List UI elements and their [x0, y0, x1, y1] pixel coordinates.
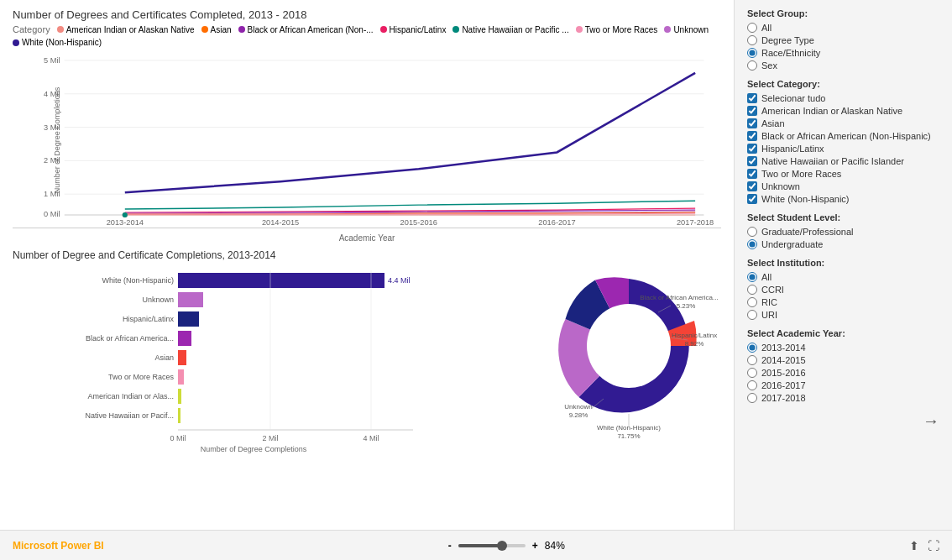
select-student-level-label: Select Student Level: — [747, 212, 939, 222]
svg-point-42 — [587, 304, 671, 388]
cat-two-more[interactable]: Two or More Races — [747, 169, 939, 179]
cat-unknown-checkbox[interactable] — [747, 181, 757, 191]
svg-rect-33 — [178, 369, 184, 385]
donut-chart-container: Black or African America... 5.23% Hispan… — [503, 249, 721, 468]
sidebar: Select Group: All Degree Type Race/Ethni… — [734, 0, 952, 530]
svg-text:4 Mil: 4 Mil — [363, 434, 379, 442]
year-2014-2015[interactable]: 2014-2015 — [747, 355, 939, 365]
cat-american-indian[interactable]: American Indian or Alaskan Native — [747, 106, 939, 116]
cat-two-more-checkbox[interactable] — [747, 169, 757, 179]
year-2016-2017-radio[interactable] — [747, 380, 757, 390]
power-bi-link[interactable]: Microsoft Power BI — [13, 540, 104, 552]
zoom-slider-fill — [458, 544, 499, 547]
cat-hispanic-checkbox[interactable] — [747, 144, 757, 154]
inst-all[interactable]: All — [747, 272, 939, 282]
cat-black[interactable]: Black or African American (Non-Hispanic) — [747, 131, 939, 141]
legend-dot-7 — [13, 39, 19, 46]
year-2017-2018[interactable]: 2017-2018 — [747, 393, 939, 403]
cat-white[interactable]: White (Non-Hispanic) — [747, 194, 939, 204]
group-degree-type[interactable]: Degree Type — [747, 35, 939, 45]
inst-uri[interactable]: URI — [747, 310, 939, 320]
zoom-slider-track[interactable] — [458, 544, 526, 547]
group-race-ethnicity[interactable]: Race/Ethnicity — [747, 48, 939, 58]
bar-chart-title: Number of Degree and Certificate Complet… — [13, 249, 494, 261]
cat-asian[interactable]: Asian — [747, 118, 939, 128]
legend-label-1: Asian — [211, 25, 232, 34]
svg-rect-27 — [178, 273, 384, 288]
inst-uri-radio[interactable] — [747, 310, 757, 320]
svg-text:2016-2017: 2016-2017 — [538, 218, 575, 227]
svg-rect-29 — [178, 292, 203, 307]
svg-text:71.75%: 71.75% — [617, 432, 640, 440]
cat-hispanic[interactable]: Hispanic/Latinx — [747, 144, 939, 154]
year-2013-2014[interactable]: 2013-2014 — [747, 343, 939, 353]
legend-label-6: Unknown — [673, 25, 709, 34]
cat-native-hawaiian-checkbox[interactable] — [747, 156, 757, 166]
group-all[interactable]: All — [747, 23, 939, 33]
inst-ric-label: RIC — [761, 297, 777, 307]
group-sex-radio[interactable] — [747, 60, 757, 71]
legend-label-2: Black or African American (Non-... — [248, 25, 374, 34]
cat-asian-label: Asian — [761, 118, 785, 128]
year-2017-2018-radio[interactable] — [747, 393, 757, 403]
svg-text:4.4 Mil: 4.4 Mil — [388, 276, 411, 285]
cat-black-checkbox[interactable] — [747, 131, 757, 141]
year-2014-2015-label: 2014-2015 — [761, 355, 806, 365]
cat-all-checkbox[interactable] — [747, 93, 757, 103]
cat-native-hawaiian[interactable]: Native Hawaiian or Pacific Islander — [747, 156, 939, 166]
legend-label-0: American Indian or Alaskan Native — [66, 25, 195, 34]
year-2015-2016-radio[interactable] — [747, 368, 757, 378]
share-icon-btn[interactable]: ⬆ — [909, 539, 919, 552]
line-chart-title: Number of Degrees and Certificates Compl… — [13, 8, 721, 21]
cat-asian-checkbox[interactable] — [747, 118, 757, 128]
svg-text:0 Mil: 0 Mil — [44, 210, 60, 218]
group-all-radio[interactable] — [747, 23, 757, 33]
svg-text:5.23%: 5.23% — [677, 302, 696, 310]
zoom-slider-thumb[interactable] — [497, 541, 507, 551]
level-graduate[interactable]: Graduate/Professional — [747, 227, 939, 237]
svg-rect-32 — [178, 350, 186, 365]
svg-rect-31 — [178, 331, 191, 346]
cat-all[interactable]: Selecionar tudo — [747, 93, 939, 103]
inst-ric-radio[interactable] — [747, 297, 757, 307]
zoom-minus-btn[interactable]: - — [448, 540, 452, 552]
line-chart-svg: 5 Mil 4 Mil 3 Mil 2 Mil 1 Mil 0 Mil 2013… — [13, 52, 721, 228]
svg-text:White (Non-Hispanic): White (Non-Hispanic) — [102, 276, 174, 285]
cat-american-indian-checkbox[interactable] — [747, 106, 757, 116]
inst-all-radio[interactable] — [747, 272, 757, 282]
cat-white-checkbox[interactable] — [747, 194, 757, 204]
group-degree-type-label: Degree Type — [761, 35, 814, 45]
group-race-ethnicity-radio[interactable] — [747, 48, 757, 58]
legend-dot-6 — [664, 26, 671, 33]
select-institution-label: Select Institution: — [747, 258, 939, 268]
year-2015-2016[interactable]: 2015-2016 — [747, 368, 939, 378]
fullscreen-icon-btn[interactable]: ⛶ — [928, 539, 939, 552]
year-2013-2014-label: 2013-2014 — [761, 343, 806, 353]
group-degree-type-radio[interactable] — [747, 35, 757, 45]
bottom-icons: ⬆ ⛶ — [909, 539, 939, 552]
legend-label-7: White (Non-Hispanic) — [22, 38, 102, 47]
year-2016-2017-label: 2016-2017 — [761, 380, 806, 390]
inst-ric[interactable]: RIC — [747, 297, 939, 307]
level-undergraduate-radio[interactable] — [747, 239, 757, 249]
cat-white-label: White (Non-Hispanic) — [761, 194, 850, 204]
inst-ccri[interactable]: CCRI — [747, 285, 939, 295]
inst-ccri-radio[interactable] — [747, 285, 757, 295]
cat-unknown[interactable]: Unknown — [747, 181, 939, 191]
svg-text:Black or African America...: Black or African America... — [86, 334, 174, 343]
arrow-button-container[interactable]: → — [747, 411, 939, 431]
x-axis-label: Academic Year — [13, 233, 721, 243]
next-arrow-button[interactable]: → — [923, 411, 939, 431]
year-2013-2014-radio[interactable] — [747, 343, 757, 353]
legend-dot-0 — [57, 26, 64, 33]
level-graduate-radio[interactable] — [747, 227, 757, 237]
legend: Category American Indian or Alaskan Nati… — [13, 24, 721, 47]
inst-all-label: All — [761, 272, 772, 282]
year-2016-2017[interactable]: 2016-2017 — [747, 380, 939, 390]
group-sex[interactable]: Sex — [747, 60, 939, 71]
year-2014-2015-radio[interactable] — [747, 355, 757, 365]
level-undergraduate[interactable]: Undergraduate — [747, 239, 939, 249]
svg-text:Hispanic/Latinx: Hispanic/Latinx — [123, 315, 175, 323]
legend-category-label: Category — [13, 24, 50, 34]
zoom-plus-btn[interactable]: + — [532, 540, 538, 552]
